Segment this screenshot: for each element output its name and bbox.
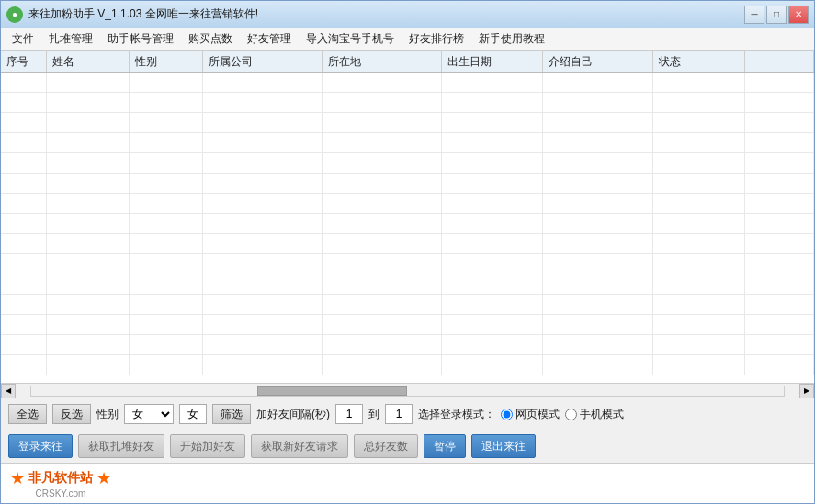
- table-row: [1, 174, 814, 194]
- gender-label: 性别: [96, 407, 119, 422]
- star-icon: ★: [10, 468, 25, 488]
- exit-button[interactable]: 退出来往: [471, 434, 536, 458]
- scroll-thumb[interactable]: [257, 386, 408, 396]
- menu-buy-points[interactable]: 购买点数: [181, 29, 240, 50]
- interval-label: 加好友间隔(秒): [256, 407, 330, 422]
- table-header: 序号 姓名 性别 所属公司 所在地 出生日期 介绍自己 状态: [1, 50, 814, 73]
- close-button[interactable]: ✕: [788, 6, 809, 24]
- col-header-status: 状态: [653, 51, 745, 72]
- gender-select[interactable]: 女男全部: [124, 404, 174, 424]
- scroll-left-arrow[interactable]: ◀: [1, 384, 16, 398]
- table-row: [1, 315, 814, 335]
- table-row: [1, 274, 814, 295]
- title-bar-left: ● 来往加粉助手 V_1.1.03 全网唯一来往营销软件!: [6, 6, 258, 23]
- table-row: [1, 73, 814, 93]
- scroll-right-arrow[interactable]: ▶: [799, 384, 814, 398]
- table-row: [1, 93, 814, 113]
- web-mode-radio-label[interactable]: 网页模式: [501, 407, 560, 422]
- login-button[interactable]: 登录来往: [8, 434, 73, 458]
- get-pile-button[interactable]: 获取扎堆好友: [78, 434, 164, 458]
- watermark-bar: ★ 非凡软件站 ★ CRSKY.com: [1, 463, 814, 503]
- minimize-button[interactable]: ─: [744, 6, 764, 24]
- table-grid: [1, 73, 814, 383]
- table-row: [1, 194, 814, 214]
- col-header-extra: [745, 51, 814, 72]
- menu-ranking[interactable]: 好友排行榜: [402, 29, 471, 50]
- table-row: [1, 214, 814, 234]
- filter-button[interactable]: 筛选: [212, 404, 251, 424]
- col-header-intro: 介绍自己: [543, 51, 653, 72]
- get-new-friends-button[interactable]: 获取新好友请求: [251, 434, 348, 458]
- mobile-mode-radio[interactable]: [565, 409, 577, 420]
- interval-from-input[interactable]: [335, 404, 363, 424]
- menu-account[interactable]: 助手帐号管理: [100, 29, 181, 50]
- interval-to-input[interactable]: [385, 404, 413, 424]
- mobile-mode-label: 手机模式: [580, 407, 624, 422]
- menu-pile[interactable]: 扎堆管理: [41, 29, 100, 50]
- table-row: [1, 295, 814, 315]
- menu-tutorial[interactable]: 新手使用教程: [471, 29, 552, 50]
- col-header-company: 所属公司: [203, 51, 323, 72]
- table-row: [1, 335, 814, 355]
- mobile-mode-radio-label[interactable]: 手机模式: [565, 407, 624, 422]
- star-icon-2: ★: [96, 468, 111, 488]
- maximize-button[interactable]: □: [766, 6, 787, 24]
- col-header-gender: 性别: [130, 51, 203, 72]
- add-friend-button[interactable]: 开始加好友: [170, 434, 245, 458]
- logo-sub-text: CRSKY.com: [36, 488, 86, 498]
- scroll-track[interactable]: [30, 386, 785, 397]
- table-row: [1, 254, 814, 274]
- bottom-row2: 登录来往 获取扎堆好友 开始加好友 获取新好友请求 总好友数 暂停 退出来往: [1, 430, 814, 463]
- table-row: [1, 355, 814, 375]
- table-body: [1, 73, 814, 383]
- col-header-location: 所在地: [323, 51, 442, 72]
- watermark-logo: ★ 非凡软件站 ★ CRSKY.com: [10, 468, 111, 498]
- window-title: 来往加粉助手 V_1.1.03 全网唯一来往营销软件!: [28, 6, 258, 22]
- web-mode-label: 网页模式: [515, 407, 560, 422]
- table-row: [1, 133, 814, 153]
- table-row: [1, 153, 814, 174]
- total-friends-button[interactable]: 总好友数: [354, 434, 418, 458]
- col-header-name: 姓名: [47, 51, 130, 72]
- web-mode-radio[interactable]: [501, 409, 513, 420]
- table-row: [1, 234, 814, 254]
- horizontal-scrollbar[interactable]: ◀ ▶: [1, 383, 814, 398]
- select-all-button[interactable]: 全选: [8, 404, 47, 424]
- col-header-seq: 序号: [1, 51, 47, 72]
- bottom-section: 全选 反选 性别 女男全部 筛选 加好友间隔(秒) 到 选择登录模式： 网页模式…: [1, 398, 814, 463]
- menu-file[interactable]: 文件: [5, 29, 41, 50]
- main-window: ● 来往加粉助手 V_1.1.03 全网唯一来往营销软件! ─ □ ✕ 文件 扎…: [0, 0, 815, 504]
- to-label: 到: [368, 407, 379, 422]
- table-row: [1, 113, 814, 133]
- gender-input[interactable]: [179, 404, 207, 424]
- deselect-button[interactable]: 反选: [52, 404, 91, 424]
- pause-button[interactable]: 暂停: [424, 434, 466, 458]
- menu-friends[interactable]: 好友管理: [240, 29, 299, 50]
- logo-main-text: 非凡软件站: [28, 470, 93, 487]
- menu-bar: 文件 扎堆管理 助手帐号管理 购买点数 好友管理 导入淘宝号手机号 好友排行榜 …: [1, 28, 814, 50]
- title-bar: ● 来往加粉助手 V_1.1.03 全网唯一来往营销软件! ─ □ ✕: [1, 1, 814, 28]
- col-header-birthday: 出生日期: [442, 51, 543, 72]
- bottom-row1: 全选 反选 性别 女男全部 筛选 加好友间隔(秒) 到 选择登录模式： 网页模式…: [1, 398, 814, 430]
- login-mode-label: 选择登录模式：: [418, 407, 495, 422]
- menu-import[interactable]: 导入淘宝号手机号: [299, 29, 402, 50]
- app-icon: ●: [6, 6, 23, 23]
- window-controls: ─ □ ✕: [744, 6, 809, 24]
